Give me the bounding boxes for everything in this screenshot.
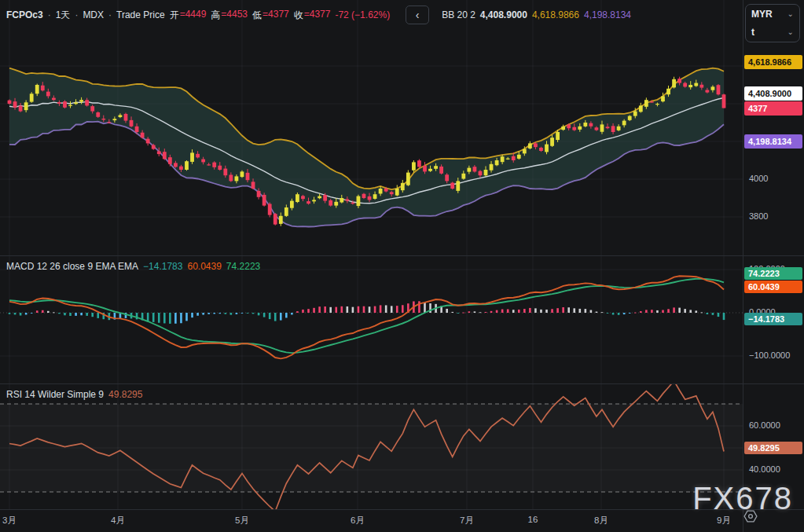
symbol-name: FCPOc3 [6, 9, 43, 20]
rsi-title: RSI 14 Wilder Simple 9 [6, 389, 104, 400]
macd-pane: MACD 12 26 close 9 EMA EMA −14.1783 60.0… [0, 255, 743, 383]
time-axis-label: 6月 [343, 515, 372, 526]
macd-chart-canvas[interactable] [0, 255, 743, 383]
time-axis[interactable]: 3月4月5月6月7月168月9月 [0, 509, 743, 532]
axis-value-badge: 4,618.9866 [744, 55, 802, 69]
axis-scale-label: 60.0000 [749, 420, 780, 430]
time-axis-label: 5月 [228, 515, 256, 526]
bb-lower-value: 4,198.8134 [584, 9, 631, 20]
separator-dot: · [75, 9, 78, 20]
rsi-value: 49.8295 [108, 389, 142, 400]
exchange-label: MDX [83, 9, 104, 20]
high-value: 高 =4453 [211, 9, 248, 22]
price-axis[interactable]: 400038004,618.98664,408.900043774,198.81… [743, 0, 804, 532]
macd-hist-value: −14.1783 [143, 261, 182, 272]
rsi-chart-canvas[interactable] [0, 383, 743, 509]
pane-separator[interactable] [0, 383, 804, 384]
rsi-pane: RSI 14 Wilder Simple 9 49.8295 [0, 383, 743, 509]
time-axis-label: 4月 [104, 515, 132, 526]
chevron-down-icon: ⌄ [787, 28, 794, 36]
chevron-down-icon: ⌄ [787, 9, 794, 18]
low-value: 低 =4377 [252, 9, 289, 22]
bb-upper-value: 4,618.9866 [532, 9, 579, 20]
axis-value-badge: 4377 [744, 101, 802, 116]
time-axis-label: 3月 [0, 515, 24, 526]
macd-line [9, 276, 724, 358]
macd-header: MACD 12 26 close 9 EMA EMA −14.1783 60.0… [6, 261, 260, 272]
unit-selector: MYR ⌄ t ⌄ [745, 4, 800, 42]
macd-signal-value: 74.2223 [226, 261, 260, 272]
separator-dot: · [108, 9, 112, 20]
price-chart-canvas[interactable] [0, 0, 743, 255]
price-pane: FCPOc3 · 1天 · MDX · Trade Price 开 =4449 … [0, 0, 743, 255]
axis-scale-label: 4000 [749, 174, 768, 183]
axis-value-badge: 4,408.9000 [744, 86, 802, 101]
chevron-left-icon: ‹ [416, 9, 420, 21]
time-axis-label: 16 [519, 515, 547, 524]
rsi-header: RSI 14 Wilder Simple 9 49.8295 [6, 389, 142, 400]
axis-scale-label: −100.0000 [749, 350, 790, 360]
fx678-watermark: FX678 [692, 481, 793, 516]
unit-value: t [751, 27, 754, 38]
axis-scale-label: 3800 [749, 211, 768, 221]
bb-indicator-label: BB 20 2 [442, 9, 475, 20]
currency-value: MYR [751, 9, 773, 20]
open-value: 开 =4449 [170, 9, 207, 22]
axis-value-badge: 60.0439 [744, 281, 802, 293]
axis-scale-label: 40.0000 [749, 464, 780, 474]
axis-value-badge: 4,198.8134 [744, 134, 802, 149]
interval-label: 1天 [56, 9, 71, 22]
axis-value-badge: 74.2223 [744, 267, 802, 280]
time-axis-separator [0, 509, 804, 510]
macd-title: MACD 12 26 close 9 EMA EMA [6, 261, 138, 272]
series-type-label: Trade Price [116, 9, 165, 20]
axis-value-badge: 49.8295 [744, 442, 802, 454]
trading-chart-window: FCPOc3 · 1天 · MDX · Trade Price 开 =4449 … [0, 0, 804, 532]
collapse-indicators-button[interactable]: ‹ [406, 6, 429, 24]
separator-dot: · [48, 9, 51, 20]
currency-dropdown[interactable]: MYR ⌄ [746, 5, 799, 23]
time-axis-label: 9月 [710, 515, 738, 526]
time-axis-label: 7月 [453, 515, 481, 526]
macd-line-value: 60.0439 [187, 261, 221, 272]
axis-value-badge: −14.1783 [744, 313, 802, 325]
pane-separator[interactable] [0, 255, 804, 256]
symbol-header: FCPOc3 · 1天 · MDX · Trade Price 开 =4449 … [6, 6, 631, 24]
macd-signal-line [9, 279, 724, 353]
change-value: -72 (−1.62%) [335, 9, 390, 20]
bb-basis-value: 4,408.9000 [480, 9, 527, 20]
close-value: 收 =4377 [294, 9, 331, 22]
unit-dropdown[interactable]: t ⌄ [746, 23, 799, 41]
time-axis-label: 8月 [587, 515, 615, 526]
